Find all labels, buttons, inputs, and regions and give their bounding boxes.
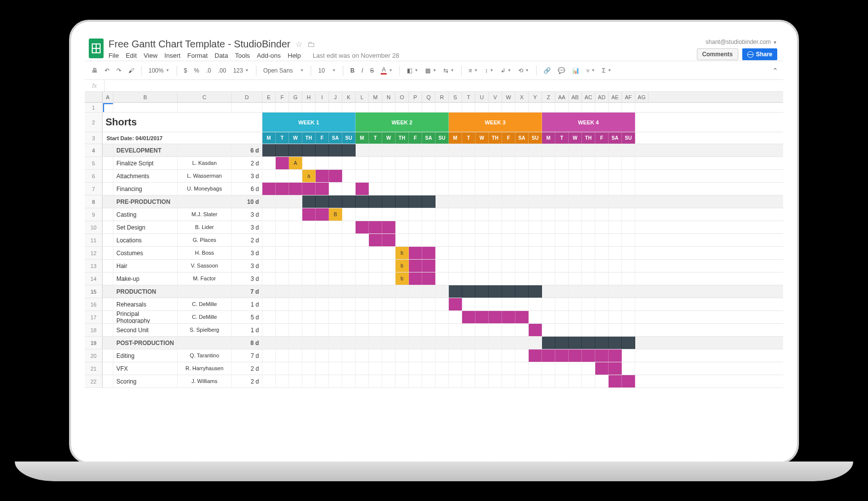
gantt-cell[interactable] <box>489 272 502 285</box>
gantt-cell[interactable] <box>582 183 595 195</box>
gantt-cell[interactable] <box>356 144 369 156</box>
gantt-task-bar[interactable] <box>462 311 475 323</box>
col-hdr[interactable]: C <box>178 92 232 102</box>
col-hdr[interactable]: AD <box>595 92 609 102</box>
gantt-cell[interactable] <box>435 157 449 169</box>
gantt-cell[interactable] <box>435 221 449 233</box>
gantt-cell[interactable] <box>356 272 369 285</box>
gantt-cell[interactable] <box>342 298 356 310</box>
gantt-cell[interactable] <box>502 375 515 387</box>
gantt-section-bar[interactable] <box>529 285 542 298</box>
day-header[interactable]: SA <box>609 132 622 144</box>
task-owner[interactable]: R. Harryhausen <box>178 362 232 375</box>
day-header[interactable]: SU <box>529 132 542 144</box>
gantt-cell[interactable] <box>276 260 289 272</box>
gantt-cell[interactable] <box>316 260 329 272</box>
gantt-cell[interactable] <box>622 170 635 182</box>
gantt-cell[interactable] <box>289 298 302 310</box>
gantt-cell[interactable] <box>302 221 316 233</box>
section-duration[interactable]: 8 d <box>232 337 262 349</box>
gantt-cell[interactable] <box>302 311 316 323</box>
cell[interactable] <box>342 103 356 112</box>
gantt-cell[interactable] <box>396 234 409 246</box>
gantt-cell[interactable] <box>622 260 635 272</box>
gantt-cell[interactable] <box>542 170 555 182</box>
row-header[interactable]: 19 <box>85 337 103 349</box>
gantt-cell[interactable] <box>529 247 542 259</box>
section-name[interactable]: PRE-PRODUCTION <box>113 195 178 208</box>
gantt-cell[interactable] <box>555 195 569 208</box>
gantt-section-bar[interactable] <box>329 144 342 156</box>
gantt-cell[interactable] <box>435 183 449 195</box>
gantt-cell[interactable] <box>382 362 396 375</box>
gantt-cell[interactable] <box>622 221 635 233</box>
row-header[interactable]: 14 <box>85 272 103 285</box>
gantt-cell[interactable] <box>475 234 489 246</box>
gantt-cell[interactable] <box>609 221 622 233</box>
gantt-cell[interactable] <box>542 375 555 387</box>
day-header[interactable]: T <box>276 132 289 144</box>
gantt-task-bar[interactable] <box>529 349 542 362</box>
cell[interactable] <box>103 247 113 259</box>
gantt-cell[interactable] <box>329 183 342 195</box>
gantt-section-bar[interactable] <box>329 195 342 208</box>
gantt-cell[interactable] <box>396 221 409 233</box>
cell[interactable] <box>178 285 232 298</box>
gantt-cell[interactable] <box>529 221 542 233</box>
gantt-cell[interactable] <box>462 272 475 285</box>
gantt-cell[interactable] <box>289 195 302 208</box>
col-hdr[interactable]: U <box>475 92 489 102</box>
gantt-cell[interactable] <box>542 157 555 169</box>
cell[interactable] <box>582 103 595 112</box>
gantt-cell[interactable] <box>369 285 382 298</box>
col-hdr[interactable]: F <box>276 92 289 102</box>
cell[interactable] <box>316 103 329 112</box>
gantt-cell[interactable] <box>422 324 435 336</box>
col-hdr[interactable]: AF <box>622 92 635 102</box>
gantt-cell[interactable] <box>515 221 529 233</box>
gantt-cell[interactable] <box>262 362 276 375</box>
gantt-cell[interactable] <box>475 195 489 208</box>
gantt-cell[interactable] <box>449 157 462 169</box>
print-icon[interactable]: 🖶 <box>90 66 100 75</box>
task-duration[interactable]: 6 d <box>232 183 262 195</box>
gantt-cell[interactable] <box>369 337 382 349</box>
gantt-cell[interactable] <box>422 285 435 298</box>
gantt-cell[interactable] <box>569 311 582 323</box>
gantt-cell[interactable] <box>435 170 449 182</box>
gantt-cell[interactable] <box>369 311 382 323</box>
gantt-task-bar[interactable] <box>582 349 595 362</box>
gantt-cell[interactable] <box>356 311 369 323</box>
gantt-cell[interactable] <box>409 324 422 336</box>
cell[interactable] <box>103 362 113 375</box>
cell[interactable] <box>382 103 396 112</box>
gantt-cell[interactable] <box>582 285 595 298</box>
gantt-cell[interactable] <box>262 234 276 246</box>
gantt-cell[interactable] <box>555 221 569 233</box>
gantt-cell[interactable] <box>489 362 502 375</box>
cell[interactable] <box>622 103 635 112</box>
gantt-cell[interactable] <box>515 337 529 349</box>
gantt-cell[interactable] <box>449 324 462 336</box>
zoom-select[interactable]: 100% ▼ <box>146 66 172 75</box>
cell[interactable] <box>178 103 232 112</box>
gantt-cell[interactable] <box>409 234 422 246</box>
gantt-cell[interactable] <box>302 247 316 259</box>
task-owner[interactable]: V. Sassoon <box>178 260 232 272</box>
gantt-cell[interactable] <box>369 349 382 362</box>
gantt-cell[interactable] <box>622 144 635 156</box>
task-name[interactable]: Attachments <box>113 170 178 182</box>
day-header[interactable]: T <box>369 132 382 144</box>
gantt-cell[interactable] <box>302 298 316 310</box>
gantt-cell[interactable] <box>462 337 475 349</box>
row-header[interactable]: 7 <box>85 183 103 195</box>
col-hdr[interactable]: B <box>113 92 178 102</box>
day-header[interactable]: TH <box>302 132 316 144</box>
cell[interactable] <box>103 260 113 272</box>
gantt-cell[interactable] <box>555 272 569 285</box>
gantt-task-bar[interactable] <box>422 260 435 272</box>
filter-icon[interactable]: ▿ ▼ <box>584 66 597 75</box>
row-header[interactable]: 4 <box>85 144 103 156</box>
task-name[interactable]: Financing <box>113 183 178 195</box>
gantt-cell[interactable] <box>409 183 422 195</box>
